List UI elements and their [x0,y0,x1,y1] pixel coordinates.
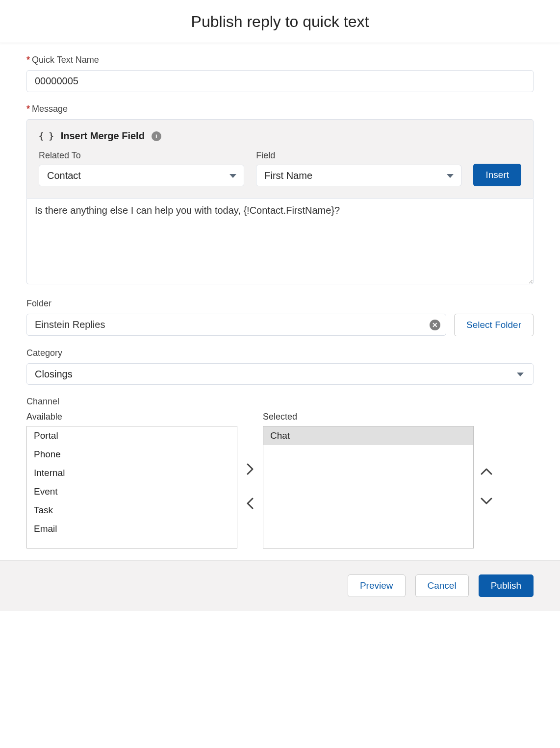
folder-input[interactable] [26,314,446,336]
modal-title: Publish reply to quick text [0,13,560,31]
channel-duel: Available PortalPhoneInternalEventTaskEm… [26,409,534,549]
field-col: Field First Name [256,150,461,186]
move-right-button[interactable] [243,459,257,479]
publish-button[interactable]: Publish [479,574,534,597]
related-to-select[interactable]: Contact [39,165,244,186]
modal-header: Publish reply to quick text [0,0,560,43]
field-label: Field [256,150,461,161]
selected-list[interactable]: Chat [263,426,474,549]
channel-label: Channel [26,397,534,407]
related-to-select-wrap: Contact [39,165,244,186]
merge-field-header: { } Insert Merge Field i [39,130,521,142]
folder-input-wrap [26,314,446,336]
folder-row: Select Folder [26,314,534,336]
preview-button[interactable]: Preview [348,574,406,597]
move-arrows [237,409,263,549]
available-col: Available PortalPhoneInternalEventTaskEm… [26,409,237,549]
list-item[interactable]: Internal [27,464,237,482]
move-up-button[interactable] [477,464,496,479]
selected-label: Selected [263,412,474,422]
channel-group: Channel Available PortalPhoneInternalEve… [26,397,534,549]
merge-field-row: Related To Contact Field First Name [39,150,521,186]
selected-col: Selected Chat [263,409,474,549]
list-item[interactable]: Portal [27,426,237,445]
list-item[interactable]: Event [27,482,237,501]
related-to-label: Related To [39,150,244,161]
category-select[interactable]: Closings [26,363,534,385]
category-select-wrap: Closings [26,363,534,385]
merge-field-panel: { } Insert Merge Field i Related To Cont… [26,119,534,199]
list-item[interactable]: Chat [263,426,473,445]
move-down-button[interactable] [477,494,496,508]
list-item[interactable]: Phone [27,445,237,464]
available-list[interactable]: PortalPhoneInternalEventTaskEmail [26,426,237,549]
merge-field-title: Insert Merge Field [61,130,145,142]
chevron-right-icon [246,462,255,476]
quick-text-name-label: Quick Text Name [26,55,534,65]
field-select[interactable]: First Name [256,165,461,186]
folder-label: Folder [26,299,534,309]
quick-text-name-input[interactable] [26,70,534,92]
message-label: Message [26,104,534,114]
chevron-up-icon [480,467,493,476]
info-icon[interactable]: i [152,131,161,141]
cancel-button[interactable]: Cancel [415,574,469,597]
quick-text-name-group: Quick Text Name [26,55,534,92]
modal-body: Quick Text Name Message { } Insert Merge… [0,43,560,549]
related-to-col: Related To Contact [39,150,244,186]
list-item[interactable]: Task [27,501,237,520]
insert-col: Insert [473,164,521,186]
message-textarea[interactable]: Is there anything else I can help you wi… [26,199,534,284]
publish-quick-text-modal: Publish reply to quick text Quick Text N… [0,0,560,611]
list-item[interactable]: Email [27,520,237,538]
insert-button[interactable]: Insert [473,164,521,186]
folder-group: Folder Select Folder [26,299,534,336]
select-folder-button[interactable]: Select Folder [454,314,534,336]
category-label: Category [26,348,534,358]
chevron-left-icon [246,497,255,510]
chevron-down-icon [480,497,493,505]
modal-footer: Preview Cancel Publish [0,560,560,611]
available-label: Available [26,412,237,422]
braces-icon: { } [39,131,54,141]
category-group: Category Closings [26,348,534,385]
clear-folder-icon[interactable] [430,320,440,330]
order-arrows [474,409,499,549]
move-left-button[interactable] [243,494,257,513]
message-group: Message { } Insert Merge Field i Related… [26,104,534,287]
field-select-wrap: First Name [256,165,461,186]
